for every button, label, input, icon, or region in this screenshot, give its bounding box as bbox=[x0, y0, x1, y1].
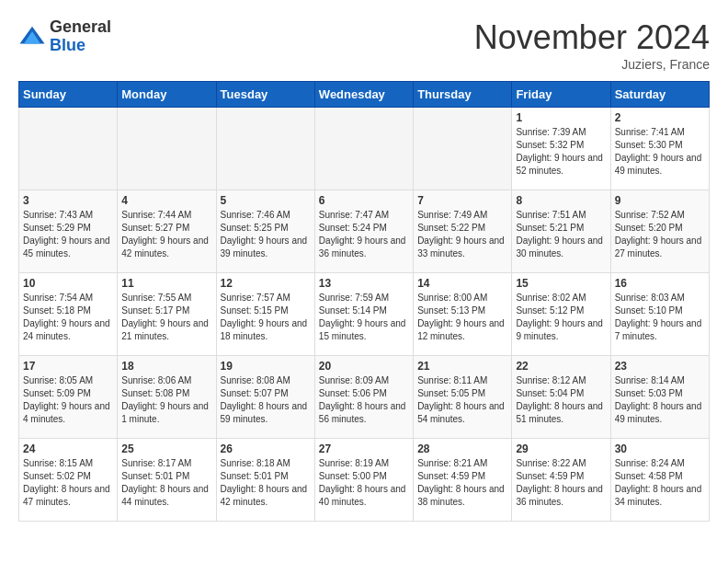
week-row-2: 3Sunrise: 7:43 AM Sunset: 5:29 PM Daylig… bbox=[19, 190, 710, 273]
calendar-cell: 25Sunrise: 8:17 AM Sunset: 5:01 PM Dayli… bbox=[118, 439, 216, 522]
day-info: Sunrise: 7:55 AM Sunset: 5:17 PM Dayligh… bbox=[121, 292, 211, 343]
day-info: Sunrise: 7:59 AM Sunset: 5:14 PM Dayligh… bbox=[319, 292, 409, 343]
calendar-cell: 24Sunrise: 8:15 AM Sunset: 5:02 PM Dayli… bbox=[19, 439, 118, 522]
day-info: Sunrise: 8:12 AM Sunset: 5:04 PM Dayligh… bbox=[516, 374, 606, 426]
day-number: 9 bbox=[615, 194, 705, 207]
calendar-cell: 22Sunrise: 8:12 AM Sunset: 5:04 PM Dayli… bbox=[512, 356, 610, 439]
day-number: 30 bbox=[615, 442, 705, 455]
calendar-cell: 20Sunrise: 8:09 AM Sunset: 5:06 PM Dayli… bbox=[314, 356, 413, 439]
day-number: 22 bbox=[516, 360, 606, 373]
calendar-cell: 23Sunrise: 8:14 AM Sunset: 5:03 PM Dayli… bbox=[610, 356, 709, 439]
day-info: Sunrise: 7:47 AM Sunset: 5:24 PM Dayligh… bbox=[319, 209, 409, 260]
calendar-cell: 8Sunrise: 7:51 AM Sunset: 5:21 PM Daylig… bbox=[512, 190, 610, 273]
calendar-cell: 6Sunrise: 7:47 AM Sunset: 5:24 PM Daylig… bbox=[314, 190, 413, 273]
day-info: Sunrise: 8:03 AM Sunset: 5:10 PM Dayligh… bbox=[615, 292, 705, 343]
day-info: Sunrise: 8:24 AM Sunset: 4:58 PM Dayligh… bbox=[615, 457, 705, 509]
calendar-cell: 13Sunrise: 7:59 AM Sunset: 5:14 PM Dayli… bbox=[314, 273, 413, 356]
calendar-cell: 2Sunrise: 7:41 AM Sunset: 5:30 PM Daylig… bbox=[610, 108, 709, 190]
day-info: Sunrise: 8:21 AM Sunset: 4:59 PM Dayligh… bbox=[417, 457, 507, 509]
day-info: Sunrise: 7:52 AM Sunset: 5:20 PM Dayligh… bbox=[615, 209, 705, 260]
calendar-cell: 3Sunrise: 7:43 AM Sunset: 5:29 PM Daylig… bbox=[19, 190, 118, 273]
calendar-cell: 16Sunrise: 8:03 AM Sunset: 5:10 PM Dayli… bbox=[610, 273, 709, 356]
day-info: Sunrise: 7:44 AM Sunset: 5:27 PM Dayligh… bbox=[121, 209, 211, 260]
week-row-4: 17Sunrise: 8:05 AM Sunset: 5:09 PM Dayli… bbox=[19, 356, 710, 439]
day-info: Sunrise: 8:09 AM Sunset: 5:06 PM Dayligh… bbox=[319, 374, 409, 426]
header-cell-tuesday: Tuesday bbox=[216, 82, 314, 108]
calendar-cell: 12Sunrise: 7:57 AM Sunset: 5:15 PM Dayli… bbox=[216, 273, 314, 356]
day-info: Sunrise: 7:57 AM Sunset: 5:15 PM Dayligh… bbox=[221, 292, 311, 343]
logo-text: General Blue bbox=[50, 18, 111, 55]
day-number: 10 bbox=[23, 277, 113, 290]
location: Juziers, France bbox=[474, 57, 710, 72]
day-info: Sunrise: 7:54 AM Sunset: 5:18 PM Dayligh… bbox=[23, 292, 113, 343]
day-info: Sunrise: 8:19 AM Sunset: 5:00 PM Dayligh… bbox=[319, 457, 409, 509]
calendar-cell bbox=[314, 108, 413, 190]
day-number: 23 bbox=[615, 360, 705, 373]
calendar-cell: 1Sunrise: 7:39 AM Sunset: 5:32 PM Daylig… bbox=[512, 108, 610, 190]
day-number: 18 bbox=[121, 360, 211, 373]
day-number: 14 bbox=[417, 277, 507, 290]
calendar-cell bbox=[216, 108, 314, 190]
week-row-5: 24Sunrise: 8:15 AM Sunset: 5:02 PM Dayli… bbox=[19, 439, 710, 522]
calendar-cell: 10Sunrise: 7:54 AM Sunset: 5:18 PM Dayli… bbox=[19, 273, 118, 356]
title-block: November 2024 Juziers, France bbox=[474, 18, 710, 72]
header-cell-monday: Monday bbox=[118, 82, 216, 108]
day-info: Sunrise: 8:17 AM Sunset: 5:01 PM Dayligh… bbox=[121, 457, 211, 509]
day-number: 26 bbox=[221, 442, 311, 455]
month-title: November 2024 bbox=[474, 18, 710, 57]
day-info: Sunrise: 8:11 AM Sunset: 5:05 PM Dayligh… bbox=[417, 374, 507, 426]
day-number: 13 bbox=[319, 277, 409, 290]
day-number: 29 bbox=[516, 442, 606, 455]
calendar-cell: 18Sunrise: 8:06 AM Sunset: 5:08 PM Dayli… bbox=[118, 356, 216, 439]
day-number: 28 bbox=[417, 442, 507, 455]
day-info: Sunrise: 8:08 AM Sunset: 5:07 PM Dayligh… bbox=[221, 374, 311, 426]
calendar-cell: 29Sunrise: 8:22 AM Sunset: 4:59 PM Dayli… bbox=[512, 439, 610, 522]
day-number: 25 bbox=[121, 442, 211, 455]
calendar-cell bbox=[19, 108, 118, 190]
day-number: 16 bbox=[615, 277, 705, 290]
header-cell-sunday: Sunday bbox=[19, 82, 118, 108]
calendar-cell: 19Sunrise: 8:08 AM Sunset: 5:07 PM Dayli… bbox=[216, 356, 314, 439]
calendar-cell: 7Sunrise: 7:49 AM Sunset: 5:22 PM Daylig… bbox=[414, 190, 512, 273]
calendar-cell: 9Sunrise: 7:52 AM Sunset: 5:20 PM Daylig… bbox=[610, 190, 709, 273]
day-number: 2 bbox=[615, 111, 705, 124]
day-info: Sunrise: 7:46 AM Sunset: 5:25 PM Dayligh… bbox=[221, 209, 311, 260]
day-number: 4 bbox=[121, 194, 211, 207]
page-header: General Blue November 2024 Juziers, Fran… bbox=[18, 18, 710, 72]
logo-icon bbox=[18, 23, 46, 51]
day-number: 17 bbox=[23, 360, 113, 373]
logo: General Blue bbox=[18, 18, 111, 55]
day-number: 5 bbox=[221, 194, 311, 207]
calendar-header-row: SundayMondayTuesdayWednesdayThursdayFrid… bbox=[19, 82, 710, 108]
week-row-3: 10Sunrise: 7:54 AM Sunset: 5:18 PM Dayli… bbox=[19, 273, 710, 356]
calendar-body: 1Sunrise: 7:39 AM Sunset: 5:32 PM Daylig… bbox=[19, 108, 710, 522]
day-info: Sunrise: 7:51 AM Sunset: 5:21 PM Dayligh… bbox=[516, 209, 606, 260]
calendar-cell: 17Sunrise: 8:05 AM Sunset: 5:09 PM Dayli… bbox=[19, 356, 118, 439]
day-info: Sunrise: 8:18 AM Sunset: 5:01 PM Dayligh… bbox=[221, 457, 311, 509]
calendar-cell: 30Sunrise: 8:24 AM Sunset: 4:58 PM Dayli… bbox=[610, 439, 709, 522]
day-number: 1 bbox=[516, 111, 606, 124]
day-number: 3 bbox=[23, 194, 113, 207]
header-cell-friday: Friday bbox=[512, 82, 610, 108]
day-number: 7 bbox=[417, 194, 507, 207]
header-cell-wednesday: Wednesday bbox=[314, 82, 413, 108]
day-info: Sunrise: 8:06 AM Sunset: 5:08 PM Dayligh… bbox=[121, 374, 211, 426]
day-number: 8 bbox=[516, 194, 606, 207]
day-number: 11 bbox=[121, 277, 211, 290]
calendar-cell: 26Sunrise: 8:18 AM Sunset: 5:01 PM Dayli… bbox=[216, 439, 314, 522]
day-info: Sunrise: 8:00 AM Sunset: 5:13 PM Dayligh… bbox=[417, 292, 507, 343]
day-info: Sunrise: 8:22 AM Sunset: 4:59 PM Dayligh… bbox=[516, 457, 606, 509]
day-number: 19 bbox=[221, 360, 311, 373]
calendar-cell: 15Sunrise: 8:02 AM Sunset: 5:12 PM Dayli… bbox=[512, 273, 610, 356]
day-info: Sunrise: 7:41 AM Sunset: 5:30 PM Dayligh… bbox=[615, 126, 705, 178]
day-info: Sunrise: 8:14 AM Sunset: 5:03 PM Dayligh… bbox=[615, 374, 705, 426]
header-cell-saturday: Saturday bbox=[610, 82, 709, 108]
day-number: 20 bbox=[319, 360, 409, 373]
day-number: 15 bbox=[516, 277, 606, 290]
day-info: Sunrise: 8:15 AM Sunset: 5:02 PM Dayligh… bbox=[23, 457, 113, 509]
day-number: 6 bbox=[319, 194, 409, 207]
header-cell-thursday: Thursday bbox=[414, 82, 512, 108]
calendar: SundayMondayTuesdayWednesdayThursdayFrid… bbox=[18, 81, 710, 522]
calendar-cell: 11Sunrise: 7:55 AM Sunset: 5:17 PM Dayli… bbox=[118, 273, 216, 356]
calendar-cell: 4Sunrise: 7:44 AM Sunset: 5:27 PM Daylig… bbox=[118, 190, 216, 273]
